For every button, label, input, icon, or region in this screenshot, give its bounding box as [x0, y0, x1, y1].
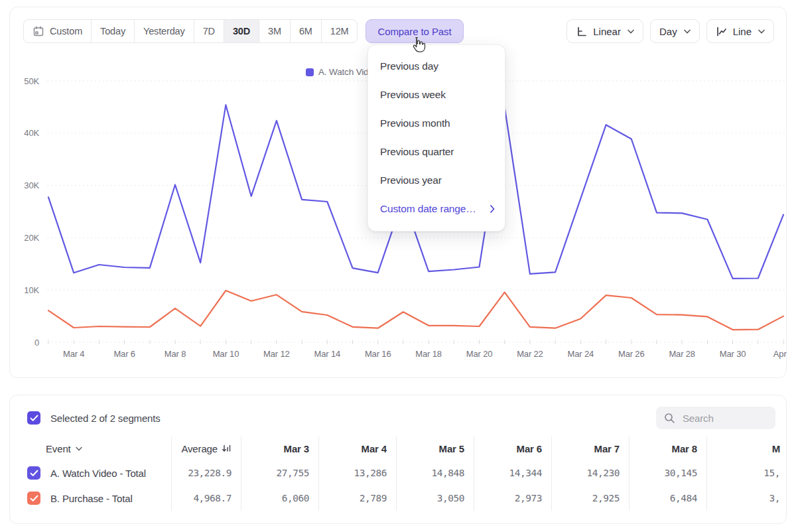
chevron-down-icon: [684, 29, 691, 34]
x-axis-label: Mar 24: [568, 349, 594, 359]
segment-label-cell: A. Watch Video - Total: [10, 460, 171, 486]
series-line-b-purchase[interactable]: [48, 291, 783, 330]
chart-type-label: Line: [733, 26, 752, 37]
value-cell: 6,484: [629, 486, 706, 511]
search-box: [656, 407, 775, 429]
y-axis-label: 30K: [24, 180, 39, 190]
event-header-label: Event: [46, 443, 71, 454]
range-yesterday-button[interactable]: Yesterday: [134, 20, 194, 42]
value-cell: 27,755: [241, 460, 318, 486]
x-axis-label: Mar 18: [415, 349, 442, 359]
date-column-header: Mar 6: [474, 436, 551, 460]
range-12m-button[interactable]: 12M: [321, 20, 358, 42]
x-axis-label: Mar 4: [63, 349, 84, 359]
interval-label: Day: [659, 26, 677, 37]
segment-checkbox[interactable]: [27, 466, 40, 480]
range-label: 3M: [268, 26, 281, 36]
menu-item-previous-week[interactable]: Previous week: [368, 80, 505, 109]
selected-summary: Selected 2 of 2 segments: [50, 413, 161, 424]
average-column-header[interactable]: Average: [171, 436, 241, 460]
value-cell: 3,: [706, 486, 787, 511]
value-cell: 14,344: [474, 460, 551, 486]
value-cell: 2,789: [318, 486, 396, 511]
table-row: B. Purchase - Total4,968.76,0602,7893,05…: [10, 486, 787, 511]
date-column-header: Mar 5: [396, 436, 474, 460]
y-axis-label: 0: [34, 338, 39, 348]
chart-card: CustomTodayYesterday7D30D3M6M12M Compare…: [9, 7, 787, 378]
range-label: Today: [100, 26, 125, 36]
range-label: 30D: [233, 26, 250, 36]
x-axis-label: Apr 1: [773, 349, 787, 359]
range-label: 7D: [203, 26, 215, 36]
x-axis-label: Mar 12: [263, 349, 290, 359]
linear-axis-icon: [576, 26, 587, 37]
value-cell: 2,925: [551, 486, 629, 511]
value-cell: 14,230: [551, 460, 629, 486]
value-cell: 15,: [706, 460, 787, 486]
chevron-down-icon: [76, 446, 82, 451]
table-row: A. Watch Video - Total23,228.927,75513,2…: [10, 460, 787, 486]
x-axis-label: Mar 22: [517, 349, 543, 359]
segment-label: A. Watch Video - Total: [50, 468, 146, 479]
chevron-right-icon: [490, 205, 495, 213]
check-icon: [30, 495, 38, 502]
date-range-group: CustomTodayYesterday7D30D3M6M12M: [23, 19, 358, 43]
menu-item-previous-quarter[interactable]: Previous quarter: [368, 137, 505, 166]
chevron-down-icon: [628, 29, 634, 34]
scale-dropdown-button[interactable]: Linear: [566, 19, 643, 43]
segment-checkbox[interactable]: [27, 492, 40, 505]
value-cell: 2,973: [474, 486, 551, 511]
scale-label: Linear: [593, 26, 621, 37]
y-axis-label: 10K: [24, 285, 39, 295]
range-7d-button[interactable]: 7D: [194, 20, 224, 42]
chart-toolbar: CustomTodayYesterday7D30D3M6M12M Compare…: [23, 19, 774, 43]
segments-card: Selected 2 of 2 segments EventAverageMar…: [9, 395, 787, 524]
compare-to-past-button[interactable]: Compare to Past: [365, 19, 463, 43]
x-axis-label: Mar 8: [165, 349, 186, 359]
range-label: Yesterday: [143, 26, 185, 36]
range-6m-button[interactable]: 6M: [290, 20, 321, 42]
average-header-label: Average: [181, 443, 218, 454]
y-axis-label: 20K: [24, 233, 39, 243]
search-input[interactable]: [681, 412, 767, 425]
compare-menu-items: Previous dayPrevious weekPrevious monthP…: [368, 52, 505, 194]
range-today-button[interactable]: Today: [91, 20, 134, 42]
x-axis-label: Mar 26: [618, 349, 645, 359]
interval-dropdown-button[interactable]: Day: [650, 19, 700, 43]
menu-item-previous-month[interactable]: Previous month: [368, 109, 505, 137]
value-cell: 6,060: [241, 486, 318, 511]
calendar-icon: [33, 25, 44, 37]
segments-controls: Selected 2 of 2 segments: [10, 395, 786, 429]
y-axis-label: 40K: [24, 128, 39, 138]
menu-item-previous-day[interactable]: Previous day: [368, 52, 505, 80]
menu-item-custom-date-range[interactable]: Custom date range…: [368, 194, 505, 223]
value-cell: 3,050: [396, 486, 474, 511]
average-value-cell: 4,968.7: [171, 486, 241, 511]
chevron-down-icon: [758, 29, 765, 34]
x-axis-label: Mar 10: [213, 349, 239, 359]
segment-label: B. Purchase - Total: [50, 493, 133, 504]
segments-table: EventAverageMar 3Mar 4Mar 5Mar 6Mar 7Mar…: [10, 436, 787, 511]
segment-label-cell: B. Purchase - Total: [10, 486, 171, 511]
chart-type-dropdown-button[interactable]: Line: [706, 19, 774, 43]
date-column-header: Mar 3: [241, 436, 318, 460]
menu-item-previous-year[interactable]: Previous year: [368, 166, 505, 194]
select-all-checkbox[interactable]: [27, 411, 40, 425]
x-axis-label: Mar 16: [365, 349, 391, 359]
legend-swatch: [306, 68, 314, 76]
compare-menu: Previous dayPrevious weekPrevious monthP…: [367, 44, 505, 232]
x-axis-label: Mar 28: [669, 349, 695, 359]
value-cell: 14,848: [396, 460, 474, 486]
average-value-cell: 23,228.9: [171, 460, 241, 486]
range-custom-button[interactable]: Custom: [24, 20, 91, 42]
date-column-header: Mar 4: [318, 436, 396, 460]
x-axis-label: Mar 14: [314, 349, 340, 359]
chart-options-group: Linear Day Line: [566, 19, 774, 43]
range-label: Custom: [50, 26, 82, 36]
range-30d-button[interactable]: 30D: [224, 20, 259, 42]
event-column-header[interactable]: Event: [10, 436, 171, 460]
x-axis-label: Mar 6: [113, 349, 135, 359]
analytics-page: CustomTodayYesterday7D30D3M6M12M Compare…: [0, 0, 796, 532]
range-3m-button[interactable]: 3M: [259, 20, 290, 42]
date-column-header: Mar 8: [629, 436, 706, 460]
